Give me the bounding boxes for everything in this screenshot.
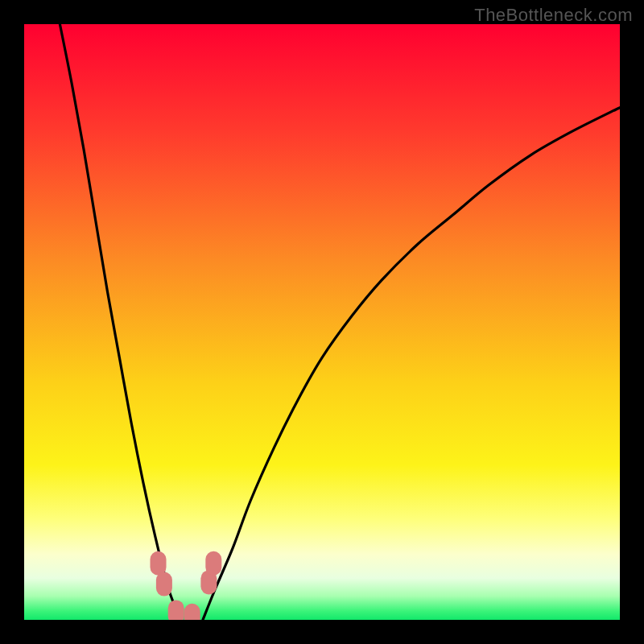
svg-rect-4	[184, 604, 200, 628]
svg-rect-2	[156, 572, 172, 597]
marker-right-high	[205, 551, 221, 576]
marker-left-low	[156, 572, 172, 597]
svg-rect-6	[205, 551, 221, 576]
watermark-text: TheBottleneck.com	[474, 5, 633, 26]
svg-rect-3	[168, 600, 184, 624]
svg-rect-1	[151, 551, 167, 576]
marker-left-high	[151, 551, 167, 576]
chart-frame: TheBottleneck.com	[0, 0, 644, 644]
marker-bottom-a	[168, 600, 184, 624]
bottleneck-chart	[0, 0, 644, 644]
marker-bottom-b	[184, 604, 200, 628]
